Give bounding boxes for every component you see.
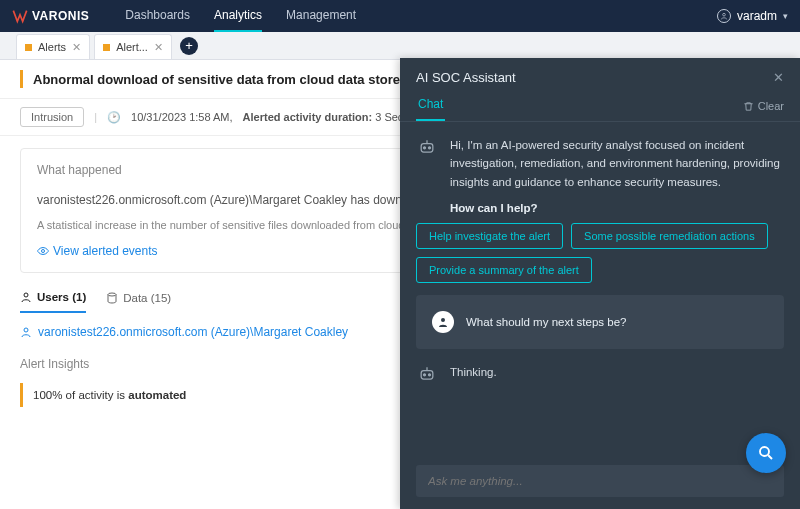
user-icon xyxy=(20,291,32,303)
svg-point-12 xyxy=(760,447,769,456)
user-icon xyxy=(717,9,731,23)
tabs-bar: Alerts ✕ Alert... ✕ + xyxy=(0,32,800,60)
brand-logo[interactable]: VARONIS xyxy=(12,8,89,24)
user-icon xyxy=(20,326,32,338)
svg-point-7 xyxy=(429,147,431,149)
user-entity-label: varonistest226.onmicrosoft.com (Azure)\M… xyxy=(38,325,348,339)
svg-point-3 xyxy=(108,293,116,296)
svg-point-8 xyxy=(441,318,445,322)
assistant-message: Hi, I'm an AI-powered security analyst f… xyxy=(416,136,784,218)
subtab-users[interactable]: Users (1) xyxy=(20,291,86,313)
suggestion-remediate[interactable]: Some possible remediation actions xyxy=(571,223,768,249)
timestamp: 10/31/2023 1:58 AM, xyxy=(131,111,233,123)
tab-alerts[interactable]: Alerts ✕ xyxy=(16,34,90,59)
user-message: What should my next steps be? xyxy=(416,295,784,349)
username: varadm xyxy=(737,9,777,23)
ai-soc-panel: AI SOC Assistant ✕ Chat Clear Hi, I'm an… xyxy=(400,58,800,509)
chat-input-wrap xyxy=(400,457,800,509)
svg-point-6 xyxy=(424,147,426,149)
alert-title: Abnormal download of sensitive data from… xyxy=(33,72,407,87)
clock-icon: 🕑 xyxy=(107,111,121,124)
assistant-message: Thinking. xyxy=(416,363,784,385)
insight-item: 100% of activity is automated xyxy=(20,383,400,407)
svg-point-10 xyxy=(424,373,426,375)
svg-point-4 xyxy=(24,328,28,332)
ai-panel-header: AI SOC Assistant ✕ xyxy=(400,58,800,91)
duration-label: Alerted activity duration: xyxy=(243,111,373,123)
trash-icon xyxy=(743,101,754,112)
suggestion-summary[interactable]: Provide a summary of the alert xyxy=(416,257,592,283)
tab-indicator-icon xyxy=(25,44,32,51)
search-icon xyxy=(757,444,775,462)
svg-point-2 xyxy=(24,293,28,297)
tab-label: Alerts xyxy=(38,41,66,53)
subtab-label: Users (1) xyxy=(37,291,86,303)
eye-icon xyxy=(37,245,49,257)
view-link-label: View alerted events xyxy=(53,244,158,258)
user-message-text: What should my next steps be? xyxy=(466,316,626,328)
subtab-data[interactable]: Data (15) xyxy=(106,291,171,313)
search-fab[interactable] xyxy=(746,433,786,473)
tab-chat[interactable]: Chat xyxy=(416,91,445,121)
close-icon[interactable]: ✕ xyxy=(773,70,784,85)
logo-icon xyxy=(12,8,28,24)
assistant-greeting: Hi, I'm an AI-powered security analyst f… xyxy=(450,139,780,188)
user-avatar-icon xyxy=(432,311,454,333)
close-icon[interactable]: ✕ xyxy=(72,41,81,54)
svg-point-0 xyxy=(723,13,726,16)
nav-user[interactable]: varadm ▾ xyxy=(717,9,788,23)
chat-input[interactable] xyxy=(416,465,784,497)
svg-point-11 xyxy=(429,373,431,375)
close-icon[interactable]: ✕ xyxy=(154,41,163,54)
chevron-down-icon: ▾ xyxy=(783,11,788,21)
suggestion-row: Help investigate the alert Some possible… xyxy=(400,223,800,289)
bot-avatar-icon xyxy=(416,363,438,385)
nav-management[interactable]: Management xyxy=(286,0,356,32)
severity-accent xyxy=(20,70,23,88)
tab-alert-detail[interactable]: Alert... ✕ xyxy=(94,34,172,59)
bot-avatar-icon xyxy=(416,136,438,158)
database-icon xyxy=(106,292,118,304)
suggestion-investigate[interactable]: Help investigate the alert xyxy=(416,223,563,249)
ai-panel-tabs: Chat Clear xyxy=(400,91,800,122)
thinking-text: Thinking. xyxy=(450,363,784,385)
clear-chat-button[interactable]: Clear xyxy=(743,100,784,112)
brand-name: VARONIS xyxy=(32,9,89,23)
nav-dashboards[interactable]: Dashboards xyxy=(125,0,190,32)
svg-point-1 xyxy=(42,249,45,252)
tab-label: Alert... xyxy=(116,41,148,53)
nav-analytics[interactable]: Analytics xyxy=(214,0,262,32)
top-nav: VARONIS Dashboards Analytics Management … xyxy=(0,0,800,32)
category-badge[interactable]: Intrusion xyxy=(20,107,84,127)
subtab-label: Data (15) xyxy=(123,292,171,304)
add-tab-button[interactable]: + xyxy=(180,37,198,55)
assistant-prompt: How can I help? xyxy=(450,199,784,217)
nav-items: Dashboards Analytics Management xyxy=(125,0,356,32)
chat-scroll[interactable]: Hi, I'm an AI-powered security analyst f… xyxy=(400,122,800,223)
tab-indicator-icon xyxy=(103,44,110,51)
ai-panel-title: AI SOC Assistant xyxy=(416,70,516,85)
